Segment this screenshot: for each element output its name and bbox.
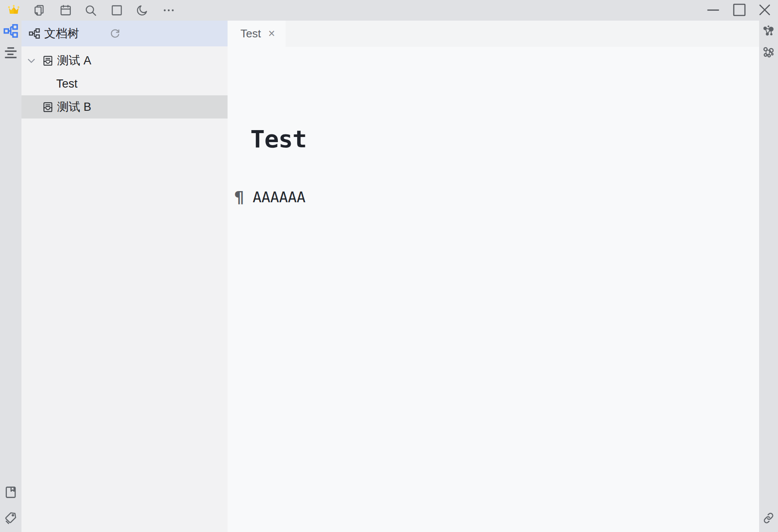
outline-icon[interactable] bbox=[3, 45, 18, 60]
global-graph-icon[interactable] bbox=[762, 46, 775, 59]
moon-icon[interactable] bbox=[136, 4, 148, 16]
file-tree-list: 测试 A Test 测试 B bbox=[21, 46, 228, 119]
left-dock bbox=[0, 21, 21, 532]
refresh-icon[interactable] bbox=[109, 28, 121, 40]
file-tree-panel: 文档树 测试 A Test bbox=[21, 21, 228, 532]
paragraph-gutter-icon[interactable]: ¶ bbox=[234, 189, 244, 205]
tag-icon[interactable] bbox=[4, 511, 18, 525]
tab-bar: Test × bbox=[228, 21, 759, 47]
search-icon[interactable] bbox=[85, 4, 97, 16]
tree-item-label: 测试 B bbox=[57, 99, 91, 115]
paragraph-block[interactable]: ¶ AAAAAA bbox=[234, 188, 305, 206]
files-icon[interactable] bbox=[33, 4, 45, 16]
square-icon[interactable] bbox=[111, 4, 123, 16]
file-tree-icon[interactable] bbox=[3, 24, 18, 38]
document-title[interactable]: Test bbox=[250, 125, 307, 153]
top-toolbar bbox=[0, 0, 778, 21]
document-editor[interactable]: Test ¶ AAAAAA bbox=[228, 47, 759, 532]
vip-crown-icon[interactable] bbox=[7, 5, 20, 16]
tree-item-notebook-b[interactable]: 测试 B bbox=[21, 95, 228, 119]
tab-close-icon[interactable]: × bbox=[268, 28, 275, 40]
notebook-icon bbox=[43, 55, 53, 66]
bookmark-icon[interactable] bbox=[4, 486, 18, 499]
notebook-icon bbox=[43, 102, 53, 112]
right-dock bbox=[759, 21, 778, 532]
more-icon[interactable] bbox=[163, 4, 175, 16]
doc-tree-icon bbox=[29, 28, 40, 39]
file-tree-title: 文档树 bbox=[44, 26, 79, 41]
chevron-down-icon[interactable] bbox=[27, 58, 35, 63]
maximize-icon[interactable] bbox=[733, 3, 746, 16]
backlinks-icon[interactable] bbox=[763, 512, 775, 524]
graph-icon[interactable] bbox=[762, 24, 775, 38]
tab-label: Test bbox=[240, 27, 261, 40]
file-tree-header: 文档树 bbox=[21, 21, 228, 46]
editor-area: Test × Test ¶ AAAAAA bbox=[228, 21, 759, 532]
close-icon[interactable] bbox=[759, 4, 770, 15]
tree-item-notebook-a[interactable]: 测试 A bbox=[21, 49, 228, 72]
tab-test[interactable]: Test × bbox=[228, 21, 286, 47]
minimize-icon[interactable] bbox=[707, 4, 719, 16]
tree-item-doc-test[interactable]: Test bbox=[21, 72, 228, 95]
paragraph-text[interactable]: AAAAAA bbox=[253, 188, 306, 206]
calendar-icon[interactable] bbox=[60, 4, 72, 16]
tree-item-label: Test bbox=[56, 77, 78, 91]
tree-item-label: 测试 A bbox=[57, 53, 91, 68]
